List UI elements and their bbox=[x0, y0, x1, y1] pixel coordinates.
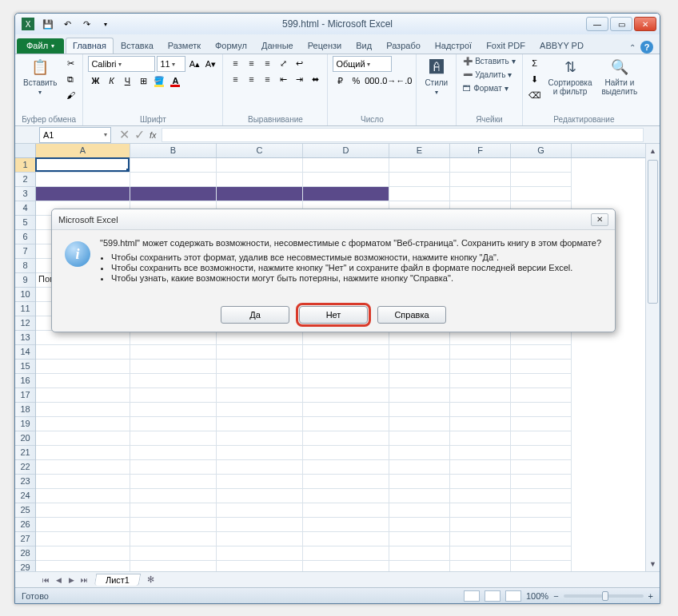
copy-icon[interactable]: ⧉ bbox=[63, 72, 78, 86]
align-top-icon[interactable]: ≡ bbox=[228, 56, 242, 70]
qat-save-icon[interactable]: 💾 bbox=[39, 16, 57, 32]
column-header[interactable]: A bbox=[36, 144, 130, 157]
formula-input[interactable] bbox=[162, 128, 644, 142]
cell[interactable] bbox=[303, 561, 389, 571]
cell[interactable] bbox=[130, 331, 217, 345]
cell[interactable] bbox=[303, 374, 389, 388]
cell[interactable] bbox=[217, 345, 303, 360]
cell[interactable] bbox=[511, 187, 572, 201]
autosum-icon[interactable]: Σ bbox=[528, 56, 542, 70]
cell[interactable] bbox=[36, 460, 130, 475]
cell[interactable] bbox=[511, 331, 572, 345]
cell[interactable] bbox=[389, 518, 450, 532]
tab-review[interactable]: Рецензи bbox=[301, 38, 349, 54]
cell[interactable] bbox=[130, 446, 217, 460]
dialog-yes-button[interactable]: Да bbox=[221, 306, 289, 324]
row-header[interactable]: 24 bbox=[15, 489, 35, 503]
cell[interactable] bbox=[36, 475, 130, 489]
cell[interactable] bbox=[389, 460, 450, 475]
cell[interactable] bbox=[450, 503, 511, 518]
percent-icon[interactable]: % bbox=[349, 74, 363, 88]
paste-button[interactable]: 📋 Вставить ▾ bbox=[20, 56, 60, 97]
font-name-select[interactable]: Calibri▾ bbox=[88, 56, 155, 72]
fx-icon[interactable]: fx bbox=[150, 130, 157, 140]
cell[interactable] bbox=[511, 561, 572, 571]
merge-icon[interactable]: ⬌ bbox=[308, 72, 322, 86]
shrink-font-icon[interactable]: A▾ bbox=[203, 57, 217, 71]
window-minimize-button[interactable]: — bbox=[586, 17, 608, 31]
cell[interactable] bbox=[389, 475, 450, 489]
cell[interactable] bbox=[130, 546, 217, 561]
column-header[interactable]: B bbox=[130, 144, 217, 157]
dialog-close-button[interactable]: ✕ bbox=[591, 213, 608, 226]
cell[interactable] bbox=[36, 518, 130, 532]
cell[interactable] bbox=[130, 374, 217, 388]
name-box[interactable]: A1▾ bbox=[39, 127, 111, 143]
tab-foxit[interactable]: Foxit PDF bbox=[479, 38, 532, 54]
cell[interactable] bbox=[511, 475, 572, 489]
row-header[interactable]: 20 bbox=[15, 431, 35, 446]
cell[interactable] bbox=[450, 475, 511, 489]
cell[interactable] bbox=[217, 388, 303, 403]
cell[interactable] bbox=[389, 345, 450, 360]
row-header[interactable]: 10 bbox=[15, 288, 35, 302]
cell[interactable] bbox=[389, 360, 450, 374]
cut-icon[interactable]: ✂ bbox=[63, 56, 78, 70]
format-cells-button[interactable]: 🗔Формат ▾ bbox=[461, 83, 516, 93]
cell[interactable] bbox=[389, 158, 450, 173]
sheet-nav-last[interactable]: ⏭ bbox=[78, 576, 90, 584]
tab-home[interactable]: Главная bbox=[66, 38, 114, 54]
currency-icon[interactable]: ₽ bbox=[333, 74, 347, 88]
font-color-icon[interactable]: A bbox=[168, 74, 182, 88]
row-header[interactable]: 8 bbox=[15, 259, 35, 273]
row-header[interactable]: 19 bbox=[15, 417, 35, 431]
align-center-icon[interactable]: ≡ bbox=[244, 72, 258, 86]
cell[interactable] bbox=[450, 489, 511, 503]
cell[interactable] bbox=[36, 331, 130, 345]
row-header[interactable]: 21 bbox=[15, 446, 35, 460]
cell[interactable] bbox=[303, 518, 389, 532]
row-header[interactable]: 6 bbox=[15, 230, 35, 244]
row-header[interactable]: 29 bbox=[15, 561, 35, 571]
zoom-in-icon[interactable]: + bbox=[648, 591, 653, 601]
cell[interactable] bbox=[450, 388, 511, 403]
cell[interactable] bbox=[511, 417, 572, 431]
cell[interactable] bbox=[217, 374, 303, 388]
cell[interactable] bbox=[511, 518, 572, 532]
cell[interactable] bbox=[217, 475, 303, 489]
cell[interactable] bbox=[511, 532, 572, 546]
help-icon[interactable]: ? bbox=[640, 41, 653, 54]
row-header[interactable]: 16 bbox=[15, 374, 35, 388]
qat-redo-icon[interactable]: ↷ bbox=[78, 16, 95, 32]
row-header[interactable]: 4 bbox=[15, 201, 35, 216]
cell[interactable] bbox=[130, 388, 217, 403]
cell[interactable] bbox=[389, 532, 450, 546]
scroll-up-icon[interactable]: ▲ bbox=[646, 144, 660, 158]
italic-button[interactable]: К bbox=[104, 74, 118, 88]
tab-developer[interactable]: Разрабо bbox=[379, 38, 428, 54]
cell[interactable] bbox=[511, 158, 572, 173]
row-header[interactable]: 12 bbox=[15, 316, 35, 331]
cell[interactable] bbox=[450, 532, 511, 546]
cell[interactable] bbox=[130, 518, 217, 532]
column-header[interactable]: E bbox=[389, 144, 450, 157]
cell[interactable] bbox=[217, 417, 303, 431]
column-header[interactable]: F bbox=[450, 144, 511, 157]
insert-cells-button[interactable]: ➕Вставить ▾ bbox=[461, 56, 516, 66]
cell[interactable] bbox=[130, 158, 217, 173]
cell[interactable] bbox=[450, 546, 511, 561]
cell[interactable] bbox=[36, 403, 130, 417]
tab-data[interactable]: Данные bbox=[254, 38, 301, 54]
indent-increase-icon[interactable]: ⇥ bbox=[292, 72, 306, 86]
cell[interactable] bbox=[217, 546, 303, 561]
column-header[interactable]: G bbox=[511, 144, 572, 157]
new-sheet-icon[interactable]: ✻ bbox=[143, 574, 158, 585]
row-header[interactable]: 1 bbox=[15, 158, 35, 173]
row-header[interactable]: 11 bbox=[15, 302, 35, 316]
cell[interactable] bbox=[36, 503, 130, 518]
cell[interactable] bbox=[303, 431, 389, 446]
cell[interactable] bbox=[511, 403, 572, 417]
tab-abbyy[interactable]: ABBYY PD bbox=[532, 38, 591, 54]
cell[interactable] bbox=[130, 460, 217, 475]
sheet-nav-prev[interactable]: ◀ bbox=[52, 576, 65, 584]
